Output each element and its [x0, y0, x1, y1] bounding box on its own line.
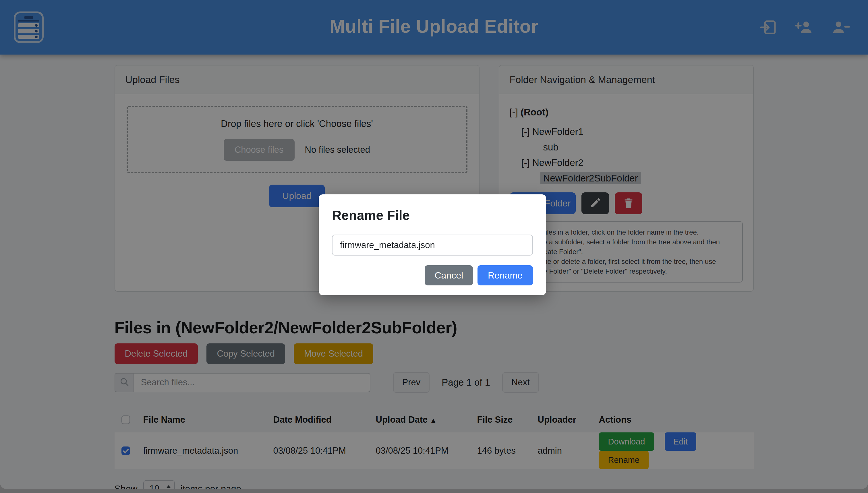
- modal-footer: Cancel Rename: [332, 265, 533, 285]
- modal-title: Rename File: [332, 208, 533, 223]
- cancel-button[interactable]: Cancel: [425, 265, 473, 285]
- rename-filename-input[interactable]: [332, 235, 533, 256]
- rename-file-modal: Rename File Cancel Rename: [319, 194, 546, 295]
- rename-confirm-button[interactable]: Rename: [477, 265, 533, 285]
